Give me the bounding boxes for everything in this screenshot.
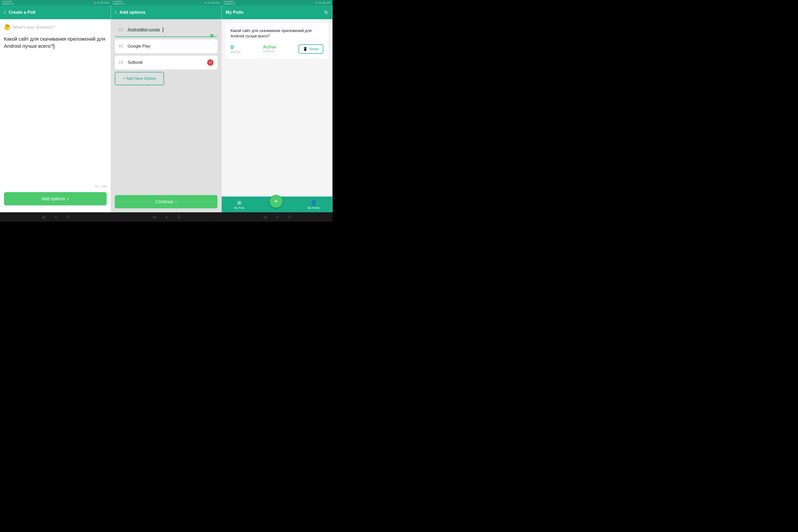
thinking-emoji: 🤔 bbox=[4, 24, 11, 31]
android-nav-3: ◁ ○ □ bbox=[222, 212, 332, 222]
status-segment-1: KYIVSTARVodafone UA ⌛ ⊙ N 🔋 15:06 bbox=[0, 0, 111, 5]
text-cursor-1 bbox=[54, 44, 54, 49]
toolbar-title-1: Create a Poll bbox=[8, 10, 36, 15]
carrier-2: KYIVSTARVodafone UA bbox=[113, 0, 125, 5]
toolbar-2: ‹ Add options bbox=[111, 5, 222, 19]
char-count: 62 / 120 bbox=[4, 185, 107, 188]
bottom-nav: ⊞ My Polls + 👤 My Profile bbox=[222, 196, 332, 212]
poll-stats: 0 VOTES Active STATUS 📱 Share bbox=[230, 44, 323, 54]
status-segment-3: KYIVSTARVodafone UA ⌛ ⊙ N 🔋 15:08 bbox=[222, 0, 332, 5]
question-label: 🤔 What's your Question? bbox=[4, 24, 107, 31]
status-bar: KYIVSTARVodafone UA ⌛ ⊙ N 🔋 15:06 KYIVST… bbox=[0, 0, 332, 5]
android-back-2[interactable]: ◁ bbox=[152, 215, 155, 220]
panel-2-body: #1 Androidlist-russia #2 Google Play #3 … bbox=[111, 19, 222, 212]
option-row-1: #1 Androidlist-russia bbox=[115, 23, 217, 37]
time-2: ⌛ ⊙ N 🔋 15:06 bbox=[205, 2, 220, 4]
status-section: Active STATUS bbox=[263, 44, 276, 53]
poll-question-text: Какой сайт для скачивания приложений для… bbox=[230, 28, 323, 39]
status-label: STATUS bbox=[263, 50, 274, 53]
android-nav-bar: ◁ ○ □ ◁ ○ □ ◁ ○ □ bbox=[0, 212, 332, 222]
android-home-1[interactable]: ○ bbox=[54, 215, 57, 219]
android-recent-1[interactable]: □ bbox=[67, 215, 69, 219]
text-cursor-2 bbox=[163, 27, 163, 32]
option-value-3[interactable]: Softonik bbox=[128, 60, 204, 65]
option-value-1[interactable]: Androidlist-russia bbox=[128, 27, 159, 32]
android-nav-2: ◁ ○ □ bbox=[111, 212, 222, 222]
android-nav-1: ◁ ○ □ bbox=[0, 212, 111, 222]
android-home-2[interactable]: ○ bbox=[165, 215, 168, 219]
time-1: ⌛ ⊙ N 🔋 15:06 bbox=[94, 2, 109, 4]
panel-my-polls: My Polls ↻ Какой сайт для скачивания при… bbox=[222, 5, 332, 212]
option-number-2: #2 bbox=[119, 44, 125, 49]
votes-label: VOTES bbox=[230, 51, 241, 54]
main-content: ‹ Create a Poll 🤔 What's your Question? … bbox=[0, 5, 332, 212]
android-back-1[interactable]: ◁ bbox=[42, 215, 44, 220]
my-profile-label: My Profile bbox=[308, 206, 320, 209]
my-polls-label: My Polls bbox=[234, 206, 245, 209]
question-text[interactable]: Какой сайт для скачивания приложений для… bbox=[4, 35, 107, 185]
carrier-3: KYIVSTARVodafone UA bbox=[224, 0, 235, 5]
time-3: ⌛ ⊙ N 🔋 15:08 bbox=[315, 2, 330, 4]
share-button[interactable]: 📱 Share bbox=[299, 44, 323, 54]
cursor-dot bbox=[210, 34, 213, 37]
question-placeholder: What's your Question? bbox=[13, 25, 55, 30]
arrow-icon: › bbox=[67, 195, 69, 202]
continue-button[interactable]: Continue › bbox=[115, 195, 217, 208]
status-value: Active bbox=[263, 44, 276, 50]
option-value-2[interactable]: Google Play bbox=[128, 44, 151, 49]
votes-count: 0 bbox=[230, 44, 241, 51]
panel-1-body: 🤔 What's your Question? Какой сайт для с… bbox=[0, 19, 111, 212]
whatsapp-icon: 📱 bbox=[303, 47, 308, 51]
remove-option-3-button[interactable]: − bbox=[207, 59, 213, 66]
option-number-3: #3 bbox=[119, 60, 125, 65]
poll-card: Какой сайт для скачивания приложений для… bbox=[226, 23, 328, 59]
android-recent-2[interactable]: □ bbox=[177, 215, 180, 219]
panel-3-body: Какой сайт для скачивания приложений для… bbox=[222, 19, 332, 112]
option-number-1: #1 bbox=[119, 27, 125, 32]
toolbar-title-2: Add options bbox=[119, 10, 145, 15]
add-new-option-button[interactable]: + Add New Option bbox=[115, 72, 164, 85]
refresh-icon[interactable]: ↻ bbox=[324, 10, 328, 15]
my-profile-icon: 👤 bbox=[310, 200, 317, 206]
toolbar-1: ‹ Create a Poll bbox=[0, 5, 111, 19]
fab-plus-icon: + bbox=[274, 197, 278, 205]
status-segment-2: KYIVSTARVodafone UA ⌛ ⊙ N 🔋 15:06 bbox=[111, 0, 222, 5]
my-profile-nav-item[interactable]: 👤 My Profile bbox=[308, 200, 320, 209]
continue-arrow-icon: › bbox=[175, 199, 177, 205]
android-back-3[interactable]: ◁ bbox=[263, 215, 266, 220]
my-polls-icon: ⊞ bbox=[237, 200, 241, 206]
toolbar-title-3: My Polls bbox=[226, 10, 244, 15]
android-recent-3[interactable]: □ bbox=[288, 215, 291, 219]
my-polls-nav-item[interactable]: ⊞ My Polls bbox=[234, 200, 245, 209]
android-home-3[interactable]: ○ bbox=[276, 215, 279, 219]
toolbar-3: My Polls ↻ bbox=[222, 5, 332, 19]
panel-create-poll: ‹ Create a Poll 🤔 What's your Question? … bbox=[0, 5, 111, 212]
back-button-2[interactable]: ‹ bbox=[115, 10, 116, 15]
back-button-1[interactable]: ‹ bbox=[4, 10, 6, 15]
panel-add-options: ‹ Add options #1 Androidlist-russia #2 G… bbox=[111, 5, 222, 212]
carrier-1: KYIVSTARVodafone UA bbox=[2, 0, 14, 5]
add-options-button[interactable]: Add options › bbox=[4, 192, 107, 205]
option-row-3: #3 Softonik − bbox=[115, 56, 217, 70]
option-row-2: #2 Google Play bbox=[115, 39, 217, 53]
fab-add-button[interactable]: + bbox=[270, 195, 283, 208]
votes-section: 0 VOTES bbox=[230, 44, 241, 54]
